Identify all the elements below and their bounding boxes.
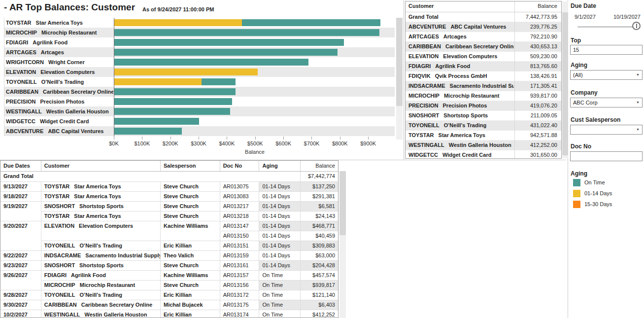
table-row[interactable]: AR01315001-14 Days$40,459: [0, 231, 338, 241]
table-row[interactable]: PRECISIONPrecision Photos419,076.20: [406, 101, 561, 111]
customer-cell: TOYSTARStar America Toys: [41, 191, 161, 201]
table-row[interactable]: WIDGETCCWidget Credit Card301,650.00: [406, 150, 561, 159]
bar-row-label[interactable]: ARTCAGESArtcages: [6, 47, 113, 57]
bar-segment[interactable]: [114, 69, 258, 75]
balance-cell: $6,403: [301, 300, 338, 310]
bar-segment[interactable]: [202, 78, 236, 85]
chart-scrollbar-thumb[interactable]: [396, 18, 403, 106]
legend-item[interactable]: 15-30 Days: [573, 201, 612, 209]
due-date-slider-handle[interactable]: [632, 22, 641, 30]
column-header-customer[interactable]: Customer: [41, 161, 161, 171]
customer-name: ABC Capital Ventures: [48, 128, 103, 134]
customer-code: SNOSHORT: [44, 262, 75, 268]
balance-table-scrollbar-thumb[interactable]: [562, 12, 568, 155]
table-row[interactable]: 9/18/2027TOYSTARStar America ToysSteve C…: [0, 191, 338, 201]
balance-cell: 431,022.40: [530, 121, 557, 130]
due-date-cell: 9/28/2027: [0, 290, 41, 300]
bar-segment[interactable]: [114, 59, 308, 66]
table-row[interactable]: MICROCHIPMicrochip Restaurant939,817.00: [406, 91, 561, 101]
top-input[interactable]: [570, 45, 643, 55]
bar-segment[interactable]: [114, 118, 199, 125]
column-header-balance[interactable]: Balance: [538, 3, 557, 9]
bar-row-label[interactable]: TOYSTARStar America Toys: [6, 18, 113, 28]
bar-row-label[interactable]: PRECISIONPrecision Photos: [6, 97, 113, 106]
bar-row-label[interactable]: CARIBBEANCaribbean Secretary Online: [6, 87, 113, 97]
customer-cell: TOYONEILLO’Neill’s Trading: [41, 290, 161, 300]
axis-tick-label: $100K: [127, 141, 157, 146]
table-row[interactable]: TOYONEILLO’Neill’s TradingEric KillianAR…: [0, 241, 338, 250]
table-row[interactable]: TOYSTARStar America ToysSteve ChurchAR01…: [0, 211, 338, 221]
column-header-salesperson[interactable]: Salesperson: [161, 161, 220, 171]
bar-row-label[interactable]: ELEVATIONElevation Computers: [6, 67, 113, 77]
column-header-doc-no[interactable]: Doc No: [220, 161, 260, 171]
bar-segment[interactable]: [114, 128, 182, 135]
table-row[interactable]: FDIQVIKQvik Process GmbH138,426.91: [406, 71, 561, 81]
column-header-balance[interactable]: Balance: [301, 161, 338, 171]
slider-handle-grip: [636, 24, 637, 28]
company-select[interactable]: ABC Corp ▼: [570, 98, 643, 107]
bar-segment[interactable]: [114, 78, 202, 85]
customer-name: Caribbean Secretary Online: [81, 302, 152, 308]
column-header-aging[interactable]: Aging: [259, 161, 301, 171]
bar-segment[interactable]: [114, 39, 344, 46]
table-row[interactable]: 9/26/2027FDIAGRIAgrilink FoodKachine Wil…: [0, 270, 338, 280]
legend-label: 01-14 Days: [584, 190, 612, 196]
table-row[interactable]: ARTCAGESArtcages792,210.90: [406, 32, 561, 42]
table-row[interactable]: ELEVATIONElevation Computers509,230.00: [406, 52, 561, 62]
table-row[interactable]: INDSACRAMESacramento Industrial Su..171,…: [406, 81, 561, 91]
table-row[interactable]: TOYONEILLO’Neill’s Trading431,022.40: [406, 121, 561, 131]
table-row[interactable]: Grand Total$7,442,774: [0, 172, 338, 181]
chart-axis-line: [114, 18, 114, 140]
aging-select[interactable]: (All) ▼: [570, 70, 643, 80]
customer-cell: ABCVENTUREABC Capital Ventures: [408, 22, 514, 32]
bar-segment[interactable]: [114, 19, 242, 26]
table-row[interactable]: 9/19/2027SNOSHORTShortstop SportsSteve C…: [0, 201, 338, 211]
table-row[interactable]: 9/20/2027ELEVATIONElevation ComputersKac…: [0, 221, 338, 231]
bar-row-label[interactable]: MICROCHIPMicrochip Restaurant: [6, 28, 113, 37]
bar-row-label[interactable]: WRIGHTCORNWright Corner: [6, 57, 113, 67]
bar-segment[interactable]: [114, 98, 232, 105]
detail-table-body: Grand Total$7,442,7749/13/2027TOYSTARSta…: [0, 172, 338, 318]
customer-code: INDSACRAME: [44, 252, 81, 258]
table-row[interactable]: CARIBBEANCaribbean Secretary Online430,6…: [406, 42, 561, 52]
due-date-end: 10/19/2027: [605, 14, 641, 20]
column-header-customer[interactable]: Customer: [408, 3, 434, 9]
due-date-slider-track[interactable]: [577, 26, 639, 28]
bar-segment[interactable]: [242, 19, 380, 26]
detail-table-scrollbar-thumb[interactable]: [339, 171, 346, 235]
legend-item[interactable]: 01-14 Days: [573, 190, 612, 198]
bar-row-label[interactable]: TOYONEILLO’Neill’s Trading: [6, 77, 113, 87]
column-header-due-dates[interactable]: Due Dates: [0, 161, 41, 171]
bar-segment[interactable]: [114, 88, 236, 95]
table-row[interactable]: 9/23/2027SNOSHORTShortstop SportsSteve C…: [0, 260, 338, 270]
bar-row-label[interactable]: WIDGETCCWidget Credit Card: [6, 116, 113, 126]
legend-item[interactable]: On Time: [573, 179, 605, 187]
table-row[interactable]: Grand Total7,442,773.95: [406, 12, 561, 22]
bar-row-label[interactable]: WESTINGALLWestin Galleria Houston: [6, 106, 113, 116]
table-row[interactable]: ABCVENTUREABC Capital Ventures239,776.25: [406, 22, 561, 32]
bar-stack: [114, 88, 236, 95]
table-row[interactable]: 10/2/2027WESTINGALLWestin Galleria Houst…: [0, 310, 338, 318]
balance-cell: $457,574: [301, 270, 338, 280]
aging-cell: 01-14 Days: [259, 260, 301, 270]
balance-table-column-divider: [514, 1, 515, 158]
doc-no-input[interactable]: [570, 151, 643, 161]
bar-row: TOYONEILLO’Neill’s Trading: [4, 77, 395, 87]
bar-segment[interactable]: [114, 49, 338, 56]
bar-segment[interactable]: [114, 108, 230, 115]
table-row[interactable]: FDIAGRIAgrilink Food813,765.60: [406, 62, 561, 71]
table-row[interactable]: 9/13/2027TOYSTARStar America ToysSteve C…: [0, 181, 338, 191]
table-row[interactable]: SNOSHORTShortstop Sports211,009.05: [406, 111, 561, 121]
bar-row-label[interactable]: ABCVENTUREABC Capital Ventures: [6, 126, 113, 136]
due-date-cell: [0, 280, 41, 290]
table-row[interactable]: MICROCHIPMicrochip RestaurantSteve Churc…: [0, 280, 338, 290]
table-row[interactable]: 9/22/2027INDSACRAMESacramento Industrial…: [0, 250, 338, 260]
table-row[interactable]: 9/28/2027TOYONEILLO’Neill’s TradingEric …: [0, 290, 338, 300]
aging-cell: On Time: [259, 280, 301, 290]
table-row[interactable]: 9/30/2027CARIBBEANCaribbean Secretary On…: [0, 300, 338, 310]
bar-segment[interactable]: [114, 29, 379, 36]
table-row[interactable]: WESTINGALLWestin Galleria Houston412,252…: [406, 141, 561, 150]
cust-salesperson-select[interactable]: ▼: [570, 125, 643, 135]
table-row[interactable]: TOYSTARStar America Toys942,571.88: [406, 131, 561, 141]
bar-row-label[interactable]: FDIAGRIAgrilink Food: [6, 37, 113, 47]
